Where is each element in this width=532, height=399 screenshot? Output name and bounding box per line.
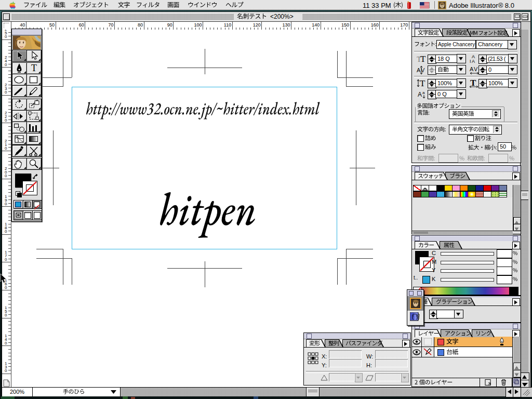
svg-text:0: 0 <box>5 313 7 317</box>
svg-text:0: 0 <box>5 257 7 262</box>
svg-text:T: T <box>420 78 425 88</box>
svg-text:160: 160 <box>371 22 379 28</box>
svg-text:0: 0 <box>5 202 7 206</box>
svg-text:40: 40 <box>20 22 25 28</box>
svg-text:A: A <box>417 67 421 73</box>
svg-text:80: 80 <box>138 22 143 28</box>
svg-text:I: I <box>470 59 471 63</box>
svg-text:130: 130 <box>283 22 290 28</box>
svg-text:0: 0 <box>5 229 7 234</box>
svg-text:A: A <box>470 66 474 72</box>
svg-text:0: 0 <box>5 90 7 95</box>
svg-text:V: V <box>474 66 478 72</box>
svg-text:0: 0 <box>5 368 7 373</box>
svg-text:0: 0 <box>5 174 7 178</box>
svg-text:a: a <box>422 90 425 95</box>
svg-text:T: T <box>470 78 476 88</box>
svg-text:0: 0 <box>5 34 7 39</box>
svg-text:150: 150 <box>341 22 349 28</box>
svg-text:70: 70 <box>108 22 113 28</box>
svg-text:60: 60 <box>79 22 84 28</box>
svg-text:A: A <box>472 59 475 63</box>
svg-text:50: 50 <box>49 22 55 28</box>
svg-text:0: 0 <box>5 341 7 345</box>
svg-text:0: 0 <box>5 118 7 123</box>
svg-text:0: 0 <box>5 285 7 290</box>
svg-text:100: 100 <box>194 22 202 28</box>
svg-text:120: 120 <box>253 22 261 28</box>
svg-text:90: 90 <box>167 22 172 28</box>
svg-text:A: A <box>418 91 422 98</box>
svg-text:0: 0 <box>5 146 7 151</box>
svg-text:0: 0 <box>5 62 7 67</box>
svg-text:110: 110 <box>224 22 231 28</box>
svg-text:140: 140 <box>312 22 320 28</box>
svg-text:170: 170 <box>400 22 408 28</box>
svg-text:T: T <box>420 55 426 63</box>
